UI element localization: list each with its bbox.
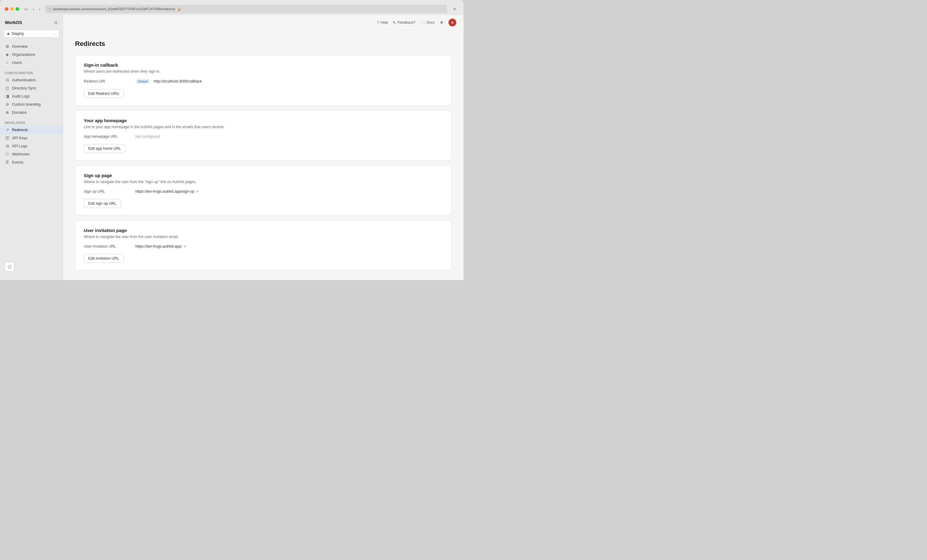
- sidebar-item-authentication[interactable]: ⊡ Authentication: [0, 76, 63, 84]
- edit-invitation-url-button[interactable]: Edit invitation URL: [84, 254, 124, 263]
- sidebar-item-label: API Keys: [12, 136, 27, 140]
- api-logs-icon: ⊟: [5, 144, 10, 148]
- help-label: Help: [381, 20, 388, 24]
- settings-icon[interactable]: ⚙: [54, 20, 58, 25]
- sidebar-item-audit-logs[interactable]: ◨ Audit Logs: [0, 92, 63, 100]
- env-label: Staging: [11, 32, 52, 36]
- code-icon[interactable]: ⬡: [5, 262, 14, 272]
- env-selector[interactable]: ◈ Staging ⌄: [4, 30, 59, 38]
- card-description: Where to navigate the user from the "sig…: [84, 180, 443, 184]
- sidebar-item-api-keys[interactable]: ⚿ API Keys: [0, 134, 63, 142]
- card-description: Link to your app homepage in the AuthKit…: [84, 125, 443, 129]
- field-value: https://ten-frogs.authkit.app/ ↗: [135, 244, 186, 249]
- sidebar-item-events[interactable]: ☰ Events: [0, 158, 63, 166]
- back-icon[interactable]: ‹: [32, 5, 35, 13]
- field-value-not-configured: Not configured: [135, 134, 160, 139]
- sidebar-item-label: Organizations: [12, 53, 35, 57]
- app-window: WorkOS ⚙ ◈ Staging ⌄ ⊞ Overview ◈ Organi…: [0, 15, 464, 280]
- sidebar-toggle-icon[interactable]: ▭: [23, 5, 29, 13]
- browser-chrome: ▭ ‹ › ⬡ dashboard.workos.com/environment…: [0, 0, 464, 15]
- avatar: A: [448, 18, 456, 26]
- sidebar-item-directory-sync[interactable]: ◫ Directory Sync: [0, 84, 63, 92]
- edit-app-home-url-button[interactable]: Edit app home URL: [84, 144, 126, 153]
- default-badge: Default: [135, 79, 150, 84]
- sidebar-item-label: Redirects: [12, 128, 28, 132]
- minimize-button[interactable]: [10, 7, 14, 11]
- edit-sign-up-url-button[interactable]: Edit sign up URL: [84, 199, 121, 208]
- config-section-label: CONFIGURATION: [0, 68, 63, 76]
- sidebar-item-custom-branding[interactable]: ⊘ Custom branding: [0, 100, 63, 108]
- field-label: App homepage URL: [84, 134, 132, 139]
- main-nav: ⊞ Overview ◈ Organizations ○ Users: [0, 42, 63, 67]
- redirect-uri-field: Redirect URI Default http://localhost:30…: [84, 79, 443, 84]
- sidebar-item-label: Directory Sync: [12, 86, 36, 90]
- docs-button[interactable]: 📄 Docs: [420, 20, 435, 25]
- card-description: Where users are redirected when they sig…: [84, 69, 443, 74]
- feedback-button[interactable]: ✎ Feedback?: [393, 20, 415, 25]
- audit-logs-icon: ◨: [5, 94, 10, 99]
- sign-up-url-text: https://ten-frogs.authkit.app/sign-up: [135, 190, 194, 194]
- field-value: https://ten-frogs.authkit.app/sign-up ↗: [135, 190, 198, 194]
- sidebar-item-label: Webhooks: [12, 152, 30, 156]
- invitation-url-text: https://ten-frogs.authkit.app/: [135, 244, 182, 249]
- traffic-lights: [5, 7, 19, 11]
- sidebar: WorkOS ⚙ ◈ Staging ⌄ ⊞ Overview ◈ Organi…: [0, 15, 63, 280]
- sidebar-item-api-logs[interactable]: ⊟ API Logs: [0, 142, 63, 150]
- sidebar-footer: ⬡: [0, 258, 63, 275]
- sidebar-item-label: Users: [12, 61, 22, 65]
- sign-in-callback-card: Sign-in callback Where users are redirec…: [75, 55, 451, 106]
- sidebar-item-label: Custom branding: [12, 102, 41, 106]
- feedback-label: Feedback?: [397, 20, 415, 24]
- user-invitation-url-field: User invitation URL https://ten-frogs.au…: [84, 244, 443, 249]
- theme-toggle-button[interactable]: ☀: [439, 20, 444, 26]
- card-description: Where to navigate the user from the user…: [84, 235, 443, 239]
- chevron-down-icon: ⌄: [53, 32, 56, 35]
- app-homepage-url-field: App homepage URL Not configured: [84, 134, 443, 139]
- main-content: ? Help ✎ Feedback? 📄 Docs ☀ A Redirects: [63, 15, 464, 280]
- card-title: Sign up page: [84, 173, 443, 178]
- external-link-icon: ↗: [196, 190, 198, 194]
- edit-redirect-uris-button[interactable]: Edit Redirect URIs: [84, 89, 124, 98]
- help-button[interactable]: ? Help: [377, 20, 388, 25]
- lock-icon: 🔒: [177, 7, 181, 11]
- overview-icon: ⊞: [5, 44, 10, 49]
- card-title: User invitation page: [84, 228, 443, 233]
- redirects-icon: ↗: [5, 127, 10, 132]
- users-icon: ○: [5, 60, 10, 65]
- sidebar-item-label: Domains: [12, 111, 27, 115]
- browser-nav-icons: ▭ ‹ ›: [23, 5, 41, 13]
- topbar: ? Help ✎ Feedback? 📄 Docs ☀ A: [63, 15, 464, 30]
- help-icon: ?: [377, 20, 379, 25]
- docs-icon: 📄: [420, 20, 425, 25]
- sign-up-page-card: Sign up page Where to navigate the user …: [75, 165, 451, 216]
- api-keys-icon: ⚿: [5, 136, 10, 140]
- address-bar[interactable]: ⬡ dashboard.workos.com/environment_01HA9…: [45, 5, 447, 13]
- sidebar-item-organizations[interactable]: ◈ Organizations: [0, 50, 63, 59]
- forward-icon[interactable]: ›: [38, 5, 42, 13]
- site-icon: ⬡: [48, 7, 51, 11]
- external-link-icon: ↗: [184, 244, 186, 249]
- sidebar-item-redirects[interactable]: ↗ Redirects: [0, 126, 63, 134]
- url-text: dashboard.workos.com/environment_01HA9TE…: [53, 7, 175, 11]
- sidebar-item-label: Events: [12, 160, 23, 164]
- field-label: Redirect URI: [84, 79, 132, 83]
- topbar-actions: ? Help ✎ Feedback? 📄 Docs ☀ A: [377, 18, 456, 26]
- domains-icon: ⊕: [5, 110, 10, 115]
- sidebar-item-label: Authentication: [12, 78, 36, 82]
- sidebar-item-domains[interactable]: ⊕ Domains: [0, 108, 63, 117]
- close-button[interactable]: [5, 7, 8, 11]
- sidebar-item-webhooks[interactable]: ⚇ Webhooks: [0, 150, 63, 158]
- new-tab-button[interactable]: +: [451, 5, 459, 14]
- events-icon: ☰: [5, 160, 10, 164]
- sidebar-item-label: Audit Logs: [12, 94, 30, 99]
- maximize-button[interactable]: [15, 7, 19, 11]
- sidebar-item-overview[interactable]: ⊞ Overview: [0, 42, 63, 50]
- card-title: Your app homepage: [84, 118, 443, 123]
- user-invitation-card: User invitation page Where to navigate t…: [75, 220, 451, 270]
- env-icon: ◈: [7, 32, 10, 36]
- developer-nav: DEVELOPER ↗ Redirects ⚿ API Keys ⊟ API L…: [0, 118, 63, 166]
- field-label: User invitation URL: [84, 244, 132, 249]
- developer-section-label: DEVELOPER: [0, 118, 63, 126]
- page-body: Redirects Sign-in callback Where users a…: [63, 30, 464, 280]
- sidebar-item-users[interactable]: ○ Users: [0, 59, 63, 67]
